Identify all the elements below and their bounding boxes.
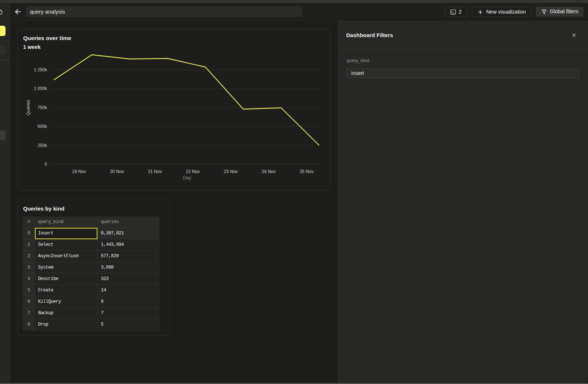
svg-text:22 Nov: 22 Nov: [186, 169, 200, 174]
svg-text:19 Nov: 19 Nov: [72, 169, 86, 174]
svg-text:1 250k: 1 250k: [34, 67, 47, 72]
svg-text:24 Nov: 24 Nov: [262, 169, 276, 174]
svg-text:Day: Day: [183, 175, 191, 180]
svg-text:23 Nov: 23 Nov: [224, 169, 238, 174]
svg-text:20 Nov: 20 Nov: [110, 169, 124, 174]
svg-text:25 Nov: 25 Nov: [300, 169, 313, 174]
svg-text:0: 0: [44, 162, 47, 167]
svg-text:250k: 250k: [37, 143, 47, 148]
svg-text:500k: 500k: [37, 124, 47, 129]
svg-text:21 Nov: 21 Nov: [148, 169, 162, 174]
svg-text:1 000k: 1 000k: [34, 86, 47, 91]
svg-text:750k: 750k: [37, 105, 47, 110]
svg-text:Queries: Queries: [26, 100, 31, 115]
